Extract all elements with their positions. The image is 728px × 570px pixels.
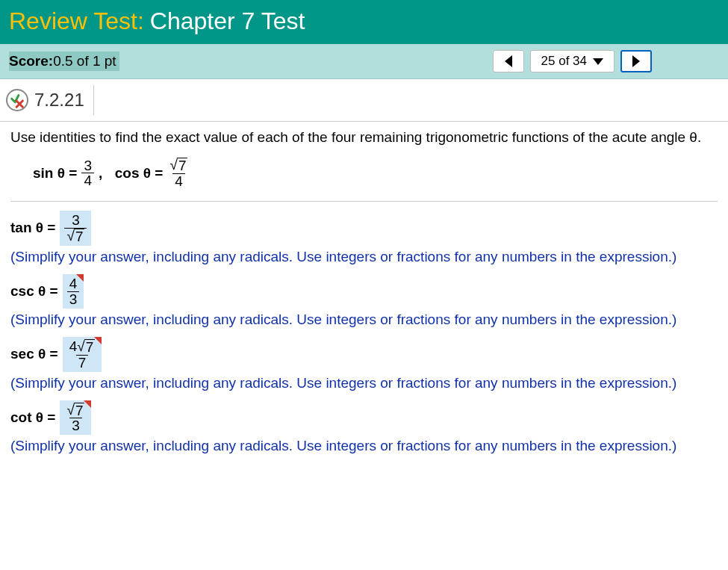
cot-hint: (Simplify your answer, including any rad… (10, 438, 718, 454)
divider (93, 85, 94, 115)
csc-answer-input[interactable]: 4 3 (63, 274, 84, 309)
question-position-dropdown[interactable]: 25 of 34 (530, 50, 615, 72)
tan-hint: (Simplify your answer, including any rad… (10, 249, 718, 265)
chevron-right-icon (632, 55, 640, 67)
sec-answer-input[interactable]: 4√7 7 (63, 337, 102, 372)
question-content: Use identities to find the exact value o… (0, 122, 728, 462)
next-question-button[interactable] (620, 50, 652, 72)
tan-label: tan θ = (10, 220, 55, 236)
question-id-bar: 7.2.21 (0, 79, 728, 122)
sin-label: sin θ = (33, 165, 77, 182)
prev-question-button[interactable] (493, 50, 524, 72)
tan-answer-input[interactable]: 3 √7 (60, 211, 91, 246)
question-navigator: 25 of 34 (493, 50, 652, 72)
cot-answer-block: cot θ = √7 3 (Simplify your answer, incl… (10, 400, 718, 455)
csc-label: csc θ = (10, 283, 58, 300)
cos-label: cos θ = (115, 165, 164, 182)
score-display: Score: 0.5 of 1 pt (9, 52, 119, 71)
csc-answer-block: csc θ = 4 3 (Simplify your answer, inclu… (10, 274, 718, 328)
sec-hint: (Simplify your answer, including any rad… (10, 375, 718, 391)
header-prefix: Review Test: (9, 7, 144, 35)
sin-fraction: 3 4 (81, 158, 94, 189)
given-values: sin θ = 3 4 , cos θ = √7 4 (10, 158, 718, 189)
question-number: 7.2.21 (34, 90, 84, 111)
sec-answer-block: sec θ = 4√7 7 (Simplify your answer, inc… (10, 337, 718, 391)
question-position-text: 25 of 34 (541, 54, 587, 69)
comma: , (99, 165, 111, 182)
score-label: Score: (9, 53, 53, 69)
page-header: Review Test: Chapter 7 Test (0, 0, 728, 44)
question-prompt: Use identities to find the exact value o… (10, 129, 718, 146)
prompt-section: Use identities to find the exact value o… (10, 129, 718, 202)
score-value: 0.5 of 1 pt (53, 53, 116, 69)
cot-answer-input[interactable]: √7 3 (60, 400, 91, 436)
chevron-down-icon (593, 58, 603, 65)
score-nav-bar: Score: 0.5 of 1 pt 25 of 34 (0, 44, 728, 79)
cot-label: cot θ = (10, 409, 55, 426)
partial-credit-icon (6, 89, 28, 111)
sec-label: sec θ = (10, 346, 58, 362)
tan-answer-block: tan θ = 3 √7 (Simplify your answer, incl… (10, 211, 718, 265)
chevron-left-icon (505, 55, 512, 67)
cos-fraction: √7 4 (167, 158, 190, 189)
header-title: Chapter 7 Test (150, 7, 305, 35)
csc-hint: (Simplify your answer, including any rad… (10, 312, 718, 328)
